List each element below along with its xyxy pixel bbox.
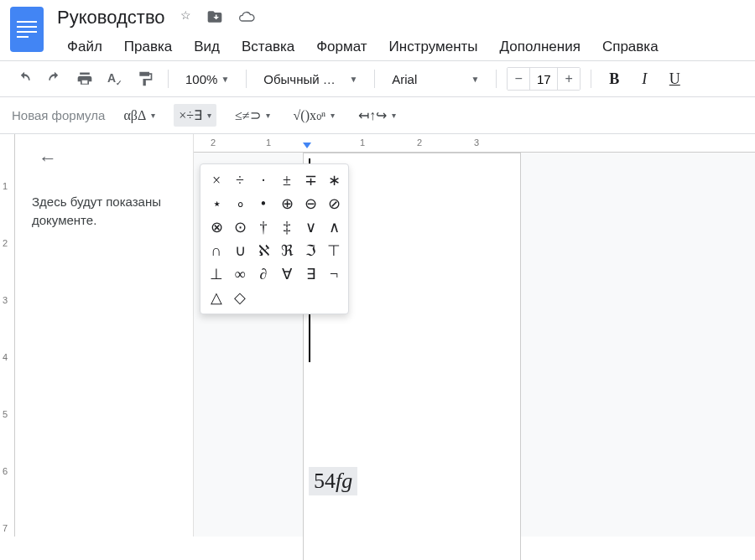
cloud-status-icon[interactable] bbox=[238, 8, 255, 28]
vruler-tick: 3 bbox=[3, 295, 8, 305]
menu-view[interactable]: Вид bbox=[184, 34, 230, 60]
symbol-cell[interactable]: × bbox=[206, 169, 227, 191]
font-size-control: − + bbox=[507, 67, 581, 91]
hruler-tick: 2 bbox=[417, 137, 422, 148]
symbol-cell[interactable]: † bbox=[253, 216, 274, 238]
symbol-cell[interactable]: ∗ bbox=[323, 169, 345, 191]
ruler-indent-marker[interactable] bbox=[303, 143, 311, 148]
menu-format[interactable]: Формат bbox=[306, 34, 377, 60]
undo-button[interactable] bbox=[12, 66, 37, 91]
vertical-ruler: 1 2 3 4 5 6 7 bbox=[0, 134, 15, 537]
symbol-cell[interactable]: ∂ bbox=[253, 263, 274, 285]
vruler-tick: 6 bbox=[3, 466, 8, 476]
eq-relations-dropdown[interactable]: ≤≠⊃▾ bbox=[230, 104, 275, 127]
symbol-cell[interactable]: ⊙ bbox=[229, 216, 251, 238]
font-size-decrease-button[interactable]: − bbox=[508, 68, 529, 90]
outline-panel: 1 2 3 4 5 6 7 ← Здесь будут показаны док… bbox=[0, 134, 193, 537]
document-title[interactable]: Руководство bbox=[57, 7, 165, 29]
eq-greek-dropdown[interactable]: αβΔ▾ bbox=[118, 105, 160, 127]
menu-help[interactable]: Справка bbox=[592, 34, 669, 60]
menu-file[interactable]: Файл bbox=[57, 34, 112, 60]
app-header: Руководство ☆ Файл Правка Вид Вставка Фо… bbox=[0, 0, 755, 60]
title-area: Руководство ☆ Файл Правка Вид Вставка Фо… bbox=[57, 7, 745, 60]
redo-button[interactable] bbox=[42, 66, 67, 91]
symbol-cell[interactable]: ⊖ bbox=[299, 193, 321, 215]
symbol-cell[interactable]: △ bbox=[206, 287, 227, 309]
zoom-dropdown[interactable]: 100%▼ bbox=[179, 69, 236, 90]
hruler-tick: 1 bbox=[266, 137, 271, 148]
symbol-cell[interactable]: ⋆ bbox=[206, 193, 227, 215]
hruler-tick: 3 bbox=[474, 137, 479, 148]
outline-placeholder-text: Здесь будут показаны документе. bbox=[32, 193, 183, 230]
symbol-cell[interactable]: ∃ bbox=[299, 263, 321, 285]
vruler-tick: 7 bbox=[3, 523, 8, 533]
symbol-cell[interactable]: ∪ bbox=[229, 240, 251, 262]
menu-edit[interactable]: Правка bbox=[114, 34, 182, 60]
symbol-cell[interactable]: · bbox=[253, 169, 274, 191]
horizontal-ruler: 2 1 1 2 3 bbox=[194, 134, 755, 153]
star-icon[interactable]: ☆ bbox=[180, 8, 191, 28]
vruler-tick: 1 bbox=[3, 181, 8, 191]
symbol-cell[interactable]: ℵ bbox=[253, 240, 274, 262]
symbol-cell[interactable]: ⊘ bbox=[323, 193, 345, 215]
menu-insert[interactable]: Вставка bbox=[232, 34, 305, 60]
symbol-cell[interactable]: ⊗ bbox=[206, 216, 227, 238]
equation-field[interactable]: 54fg bbox=[309, 467, 357, 495]
equation-toolbar: Новая формула αβΔ▾ ×÷∃▾ ≤≠⊃▾ √()x₀ⁿ▾ ↤↑↪… bbox=[0, 97, 755, 134]
symbol-cell[interactable]: ¬ bbox=[323, 263, 345, 285]
new-equation-button[interactable]: Новая формула bbox=[12, 108, 105, 122]
menubar: Файл Правка Вид Вставка Формат Инструмен… bbox=[57, 34, 745, 60]
bold-button[interactable]: B bbox=[601, 66, 627, 91]
spellcheck-button[interactable]: A✓ bbox=[102, 66, 128, 91]
move-folder-icon[interactable] bbox=[206, 8, 223, 28]
symbol-cell[interactable]: ∩ bbox=[206, 240, 227, 262]
vruler-tick: 2 bbox=[3, 238, 8, 248]
symbol-cell[interactable]: ∓ bbox=[299, 169, 321, 191]
hruler-tick: 1 bbox=[360, 137, 365, 148]
main-toolbar: A✓ 100%▼ Обычный …▼ Arial▼ − + B I U bbox=[0, 60, 755, 97]
symbol-cell[interactable]: ∧ bbox=[323, 216, 345, 238]
symbol-cell[interactable]: ∞ bbox=[229, 263, 251, 285]
eq-radicals-dropdown[interactable]: √()x₀ⁿ▾ bbox=[289, 104, 340, 127]
symbol-cell[interactable]: ⊥ bbox=[206, 263, 227, 285]
symbol-cell[interactable]: ∘ bbox=[229, 193, 251, 215]
operators-symbol-popup: ×÷·±∓∗⋆∘•⊕⊖⊘⊗⊙†‡∨∧∩∪ℵℜℑ⊤⊥∞∂∀∃¬ △◇ bbox=[200, 163, 349, 314]
symbol-cell[interactable]: ℜ bbox=[276, 240, 298, 262]
paint-format-button[interactable] bbox=[133, 66, 158, 91]
symbol-cell[interactable]: ⊕ bbox=[276, 193, 298, 215]
symbol-cell[interactable]: ◇ bbox=[229, 287, 251, 309]
docs-app-icon[interactable] bbox=[10, 7, 44, 52]
symbol-cell[interactable]: ‡ bbox=[276, 216, 298, 238]
underline-button[interactable]: U bbox=[662, 66, 687, 91]
hruler-tick: 2 bbox=[211, 137, 216, 148]
italic-button[interactable]: I bbox=[632, 66, 657, 91]
print-button[interactable] bbox=[72, 66, 97, 91]
font-size-increase-button[interactable]: + bbox=[558, 68, 580, 90]
font-size-input[interactable] bbox=[529, 68, 558, 90]
symbol-cell[interactable]: ± bbox=[276, 169, 298, 191]
paragraph-style-dropdown[interactable]: Обычный …▼ bbox=[257, 69, 364, 90]
eq-operators-dropdown[interactable]: ×÷∃▾ bbox=[174, 104, 216, 127]
eq-arrows-dropdown[interactable]: ↤↑↪▾ bbox=[353, 104, 401, 127]
symbol-cell[interactable]: ℑ bbox=[299, 240, 321, 262]
menu-tools[interactable]: Инструменты bbox=[379, 34, 488, 60]
workspace: 1 2 3 4 5 6 7 ← Здесь будут показаны док… bbox=[0, 134, 755, 537]
symbol-cell[interactable]: ⊤ bbox=[323, 240, 345, 262]
symbol-cell[interactable]: ∀ bbox=[276, 263, 298, 285]
symbol-cell[interactable]: ∨ bbox=[299, 216, 321, 238]
menu-addons[interactable]: Дополнения bbox=[490, 34, 591, 60]
vruler-tick: 4 bbox=[3, 352, 8, 362]
symbol-cell[interactable]: • bbox=[253, 193, 274, 215]
outline-collapse-button[interactable]: ← bbox=[39, 148, 183, 169]
font-dropdown[interactable]: Arial▼ bbox=[385, 69, 486, 90]
vruler-tick: 5 bbox=[3, 409, 8, 419]
symbol-cell[interactable]: ÷ bbox=[229, 169, 251, 191]
